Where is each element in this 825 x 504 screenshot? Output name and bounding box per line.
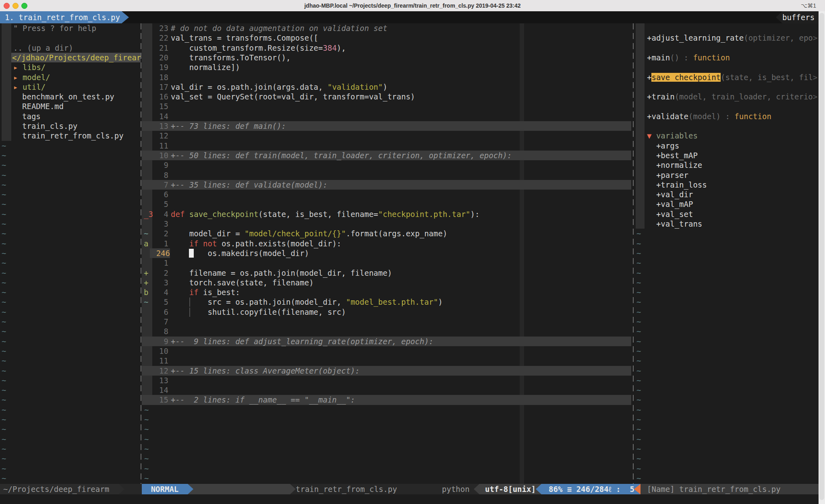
tree-item[interactable]: benchmark_on_test.py [0,92,141,102]
code-editor-window[interactable]: 23# do not do data augmentation on valid… [142,23,631,484]
tab-active[interactable]: 1. train_retr_from_cls.py [0,11,122,23]
syntax-segment: (model) [688,112,721,121]
code-line[interactable]: 246 os.makedirs(model_dir) [142,248,631,258]
tree-item[interactable]: ▸ libs/ [0,62,141,72]
tag-item[interactable]: +normalize [635,160,819,170]
code-line[interactable]: 15 [142,101,631,112]
tag-item[interactable]: +val_dir [635,190,819,200]
close-button-icon[interactable] [4,3,10,9]
line-number: 23 [152,23,168,33]
code-line[interactable]: 20 transforms.ToTensor(), [142,53,631,63]
code-line[interactable]: 22val_trans = transforms.Compose([ [142,33,631,43]
tag-item[interactable]: +adjust_learning_rate(optimizer, epo> [635,33,819,43]
code-line[interactable]: 3 [142,219,631,229]
code-line[interactable]: 9 [142,160,631,170]
code-line[interactable]: 4b if is_best: [142,287,631,297]
tree-item[interactable]: </jdhao/Projects/deep_firear> [0,53,141,63]
line-text: transforms.ToTensor(), [171,53,290,62]
code-line[interactable]: 9+-- 9 lines: def adjust_learning_rate(o… [142,337,631,347]
code-line[interactable]: 23# do not do data augmentation on valid… [142,23,631,33]
zoom-button-icon[interactable] [21,3,27,9]
code-line[interactable]: 16val_set = QuerySet(root=val_dir, trans… [142,92,631,102]
syntax-segment: +-- 35 lines: def validate(model): [171,180,328,189]
code-line[interactable]: 2~ model_dir = "model/check_point/{}".fo… [142,229,631,239]
code-line[interactable]: 13+-- 73 lines: def main(): [142,121,631,131]
window-title: jdhao-MBP.local ~/Projects/deep_firearm/… [304,1,520,10]
code-line[interactable]: 5 [142,199,631,209]
tree-item[interactable]: README.md [0,101,141,112]
tree-item[interactable]: .. (up a dir) [0,43,141,53]
syntax-segment: +val_dir [647,190,693,199]
code-line[interactable]: 6 shutil.copyfile(filename, src) [142,307,631,317]
line-text: +-- 9 lines: def adjust_learning_rate(op… [171,337,433,346]
tag-item[interactable]: +parser [635,170,819,180]
empty-line: ~ [0,297,141,307]
tag-item[interactable]: +save_checkpoint(state, is_best, fil> [635,72,819,83]
code-line[interactable]: 12+-- 15 lines: class AverageMeter(objec… [142,366,631,376]
tag-item[interactable]: +val_set [635,209,819,219]
tree-item[interactable]: train_cls.py [0,121,141,131]
code-line[interactable]: 8 [142,326,631,337]
code-line[interactable]: 14 [142,112,631,122]
code-line[interactable]: 21 custom_transform.Resize(size=384), [142,43,631,53]
gutter-sign: a [144,239,148,248]
empty-line: ~ [0,366,141,376]
tag-item[interactable]: +validate(model) : function [635,112,819,122]
tag-item[interactable]: +train(model, train_loader, criterio> [635,92,819,102]
code-line[interactable]: 3+ torch.save(state, filename) [142,278,631,288]
empty-line: ~ [0,395,141,405]
tree-item[interactable]: tags [0,112,141,122]
code-line[interactable]: 5~ src = os.path.join(model_dir, "model_… [142,297,631,307]
code-line[interactable]: 8 [142,170,631,180]
line-text: +-- 15 lines: class AverageMeter(object)… [171,366,360,376]
tag-item[interactable]: +train_loss [635,180,819,190]
scrollbar-thumb[interactable] [819,13,824,500]
window-separator[interactable] [141,23,141,484]
empty-line: ~ [635,385,819,395]
tree-item[interactable]: ▸ util/ [0,82,141,92]
vim-content-area: " Press ? for help.. (up a dir)</jdhao/P… [0,23,825,484]
code-line[interactable]: 11 [142,141,631,151]
code-line[interactable]: 12 [142,131,631,141]
tag-item[interactable]: +main() : function [635,53,819,63]
code-line[interactable]: 19 normalize]) [142,62,631,72]
code-line[interactable]: 2+ filename = os.path.join(model_dir, fi… [142,268,631,278]
code-line[interactable]: 17val_dir = os.path.join(args.data, "val… [142,82,631,92]
code-line[interactable]: 1 [142,258,631,268]
code-line[interactable]: 15+-- 2 lines: if __name__ == "__main__"… [142,395,631,405]
line-text: filename = os.path.join(model_dir, filen… [171,268,392,278]
tag-item[interactable]: +best_mAP [635,151,819,161]
vim-command-line[interactable] [0,494,825,504]
code-line[interactable]: 7+-- 35 lines: def validate(model): [142,180,631,190]
syntax-segment: variables [656,131,698,140]
syntax-segment: val_dir = os.path.join(args.data, [171,83,328,91]
syntax-segment: def [171,210,189,219]
empty-line: ~ [0,219,141,229]
code-line[interactable]: 13 [142,376,631,386]
minimize-button-icon[interactable] [12,3,19,9]
line-text: ▸ util/ [13,82,46,92]
gutter-sign: + [144,268,148,278]
line-number: 17 [152,82,168,92]
code-line[interactable]: 10+-- 50 lines: def train(model, train_l… [142,151,631,161]
tag-item[interactable]: +val_mAP [635,199,819,209]
code-line[interactable]: 7 [142,317,631,327]
tag-item[interactable]: +val_trans [635,219,819,229]
code-line[interactable]: 10 [142,346,631,356]
code-line[interactable]: 18 [142,72,631,83]
code-line[interactable]: 6 [142,190,631,200]
window-separator[interactable] [633,23,634,484]
tree-item[interactable]: ▸ model/ [0,72,141,83]
code-line[interactable]: 11 [142,356,631,366]
terminal-scrollbar[interactable] [819,11,825,504]
tag-item[interactable]: +args [635,141,819,151]
syntax-segment: .format(args.exp_name) [346,229,448,238]
tilde-marker: ~ [636,326,641,336]
code-line[interactable]: 14 [142,385,631,395]
tree-item[interactable]: " Press ? for help [0,23,141,33]
empty-line: ~ [0,239,141,249]
tag-item[interactable]: ▼ variables [635,131,819,141]
tree-item[interactable]: train_retr_from_cls.py [0,131,141,141]
code-line[interactable]: 1a if not os.path.exists(model_dir): [142,239,631,249]
code-line[interactable]: 4_3def save_checkpoint(state, is_best, f… [142,209,631,219]
